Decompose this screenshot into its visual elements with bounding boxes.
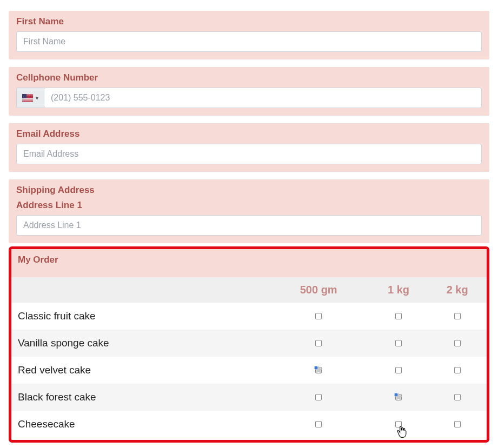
- order-cell: [369, 330, 428, 357]
- order-row: Cheesecake: [11, 411, 487, 438]
- hand-cursor-icon: [397, 426, 407, 437]
- order-item-name: Black forest cake: [11, 384, 268, 411]
- order-cell: [369, 384, 428, 411]
- order-cell: [428, 411, 487, 438]
- order-cell: [268, 384, 369, 411]
- order-header-row: 500 gm 1 kg 2 kg: [11, 277, 487, 303]
- order-checkbox[interactable]: [395, 367, 402, 373]
- address-line1-input[interactable]: [16, 215, 482, 236]
- order-item-name: Classic fruit cake: [11, 303, 268, 330]
- order-checkbox[interactable]: [395, 313, 402, 319]
- order-checkbox[interactable]: [454, 421, 461, 427]
- order-table: 500 gm 1 kg 2 kg Classic fruit cakeVanil…: [11, 277, 487, 438]
- order-item-name: Cheesecake: [11, 411, 268, 438]
- order-item-name: Red velvet cake: [11, 357, 268, 384]
- order-row: Black forest cake: [11, 384, 487, 411]
- order-col-blank: [11, 277, 268, 303]
- order-row: Classic fruit cake: [11, 303, 487, 330]
- address-line1-label: Address Line 1: [16, 200, 482, 211]
- order-row: Vanilla sponge cake: [11, 330, 487, 357]
- order-cell: [428, 384, 487, 411]
- order-checkbox[interactable]: [454, 394, 461, 400]
- order-cell: [369, 411, 428, 438]
- my-order-highlight: My Order 500 gm 1 kg 2 kg Classic fruit …: [9, 246, 489, 443]
- country-flag-dropdown[interactable]: ▾: [16, 88, 44, 108]
- order-cell: [268, 303, 369, 330]
- order-cell: [369, 303, 428, 330]
- order-cell: [369, 357, 428, 384]
- order-col-1kg: 1 kg: [369, 277, 428, 303]
- order-col-2kg: 2 kg: [428, 277, 487, 303]
- first-name-input[interactable]: [16, 31, 482, 52]
- order-checkbox[interactable]: [454, 367, 461, 373]
- cellphone-input[interactable]: [44, 88, 482, 108]
- order-checkbox[interactable]: [395, 340, 402, 346]
- order-cell: [268, 357, 369, 384]
- order-checkbox[interactable]: [454, 313, 461, 319]
- order-checkbox[interactable]: [395, 421, 402, 427]
- order-title: My Order: [18, 255, 480, 265]
- order-cell: [268, 330, 369, 357]
- first-name-label: First Name: [16, 16, 482, 27]
- order-checkbox[interactable]: [395, 394, 402, 400]
- order-checkbox[interactable]: [315, 421, 322, 427]
- shipping-label: Shipping Address: [16, 185, 482, 196]
- cellphone-label: Cellphone Number: [16, 72, 482, 83]
- order-col-500gm: 500 gm: [268, 277, 369, 303]
- flag-us-icon: [22, 94, 33, 102]
- order-checkbox[interactable]: [315, 394, 322, 400]
- order-row: Red velvet cake: [11, 357, 487, 384]
- email-label: Email Address: [16, 129, 482, 139]
- order-checkbox[interactable]: [315, 367, 322, 373]
- order-cell: [428, 330, 487, 357]
- order-checkbox[interactable]: [454, 340, 461, 346]
- order-checkbox[interactable]: [315, 313, 322, 319]
- order-cell: [428, 303, 487, 330]
- order-checkbox[interactable]: [315, 340, 322, 346]
- order-item-name: Vanilla sponge cake: [11, 330, 268, 357]
- order-cell: [428, 357, 487, 384]
- order-cell: [268, 411, 369, 438]
- email-input[interactable]: [16, 144, 482, 164]
- chevron-down-icon: ▾: [36, 95, 38, 101]
